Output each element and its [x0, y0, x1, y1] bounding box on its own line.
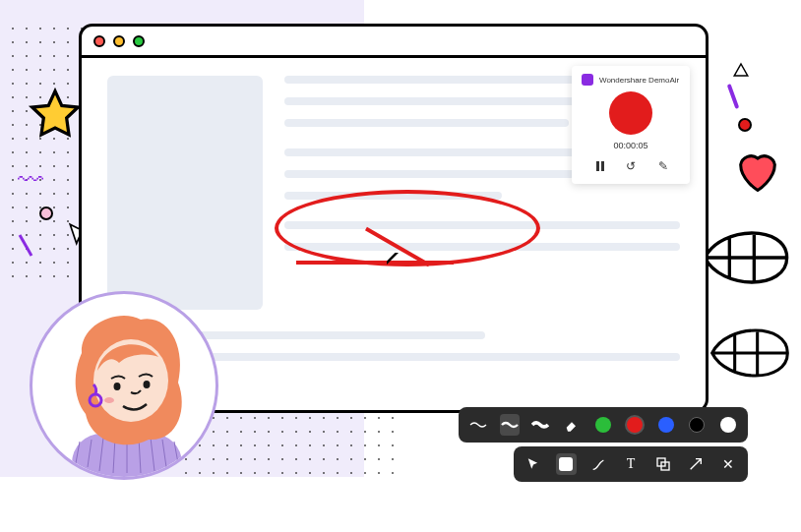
recorder-timer: 00:00:05 — [582, 141, 680, 150]
brush-tool-button[interactable] — [588, 453, 609, 475]
color-black-button[interactable] — [687, 414, 707, 436]
squiggle-icon: 〰 — [18, 165, 43, 196]
window-minimize-button[interactable] — [113, 35, 125, 47]
color-red-button[interactable] — [625, 414, 645, 436]
color-green-button[interactable] — [593, 414, 613, 436]
placeholder-image — [107, 76, 263, 310]
svg-point-15 — [104, 397, 114, 403]
restart-button[interactable]: ↺ — [623, 158, 639, 174]
text-tool-button[interactable]: T — [621, 453, 642, 475]
window-titlebar — [82, 27, 706, 58]
leaf-icon — [697, 214, 795, 301]
svg-point-14 — [144, 381, 151, 388]
presenter-avatar — [30, 291, 218, 480]
draw-toolbar — [459, 407, 748, 443]
triangle-icon — [732, 61, 750, 79]
recorder-brand: Wondershare DemoAir — [582, 74, 680, 86]
pointer-tool-button[interactable] — [524, 453, 544, 475]
pause-button[interactable] — [590, 158, 606, 174]
leaf-icon — [705, 315, 795, 391]
arrow-tool-button[interactable] — [685, 453, 706, 475]
tool-toolbar: T ✕ — [514, 446, 748, 482]
color-white-button[interactable] — [718, 414, 738, 436]
recorder-panel: Wondershare DemoAir 00:00:05 ↺ ✎ — [572, 66, 690, 184]
color-blue-button[interactable] — [656, 414, 676, 436]
star-icon — [28, 87, 83, 142]
eraser-button[interactable] — [562, 414, 582, 436]
pink-dot-icon — [39, 207, 53, 220]
brand-logo-icon — [582, 74, 593, 86]
marker-tool-button[interactable] — [556, 453, 577, 475]
record-button[interactable] — [609, 91, 652, 135]
red-dot-icon — [738, 118, 752, 132]
stroke-thick-button[interactable] — [531, 414, 551, 436]
svg-point-13 — [114, 383, 121, 390]
close-toolbar-button[interactable]: ✕ — [717, 453, 738, 475]
edit-button[interactable]: ✎ — [655, 158, 671, 174]
brand-label: Wondershare DemoAir — [599, 76, 679, 85]
heart-icon — [732, 146, 783, 197]
purple-slash-icon — [727, 84, 740, 109]
window-maximize-button[interactable] — [133, 35, 145, 47]
shape-tool-button[interactable] — [652, 453, 673, 475]
window-close-button[interactable] — [93, 35, 105, 47]
stroke-medium-button[interactable] — [500, 414, 520, 436]
stroke-thin-button[interactable] — [468, 414, 488, 436]
